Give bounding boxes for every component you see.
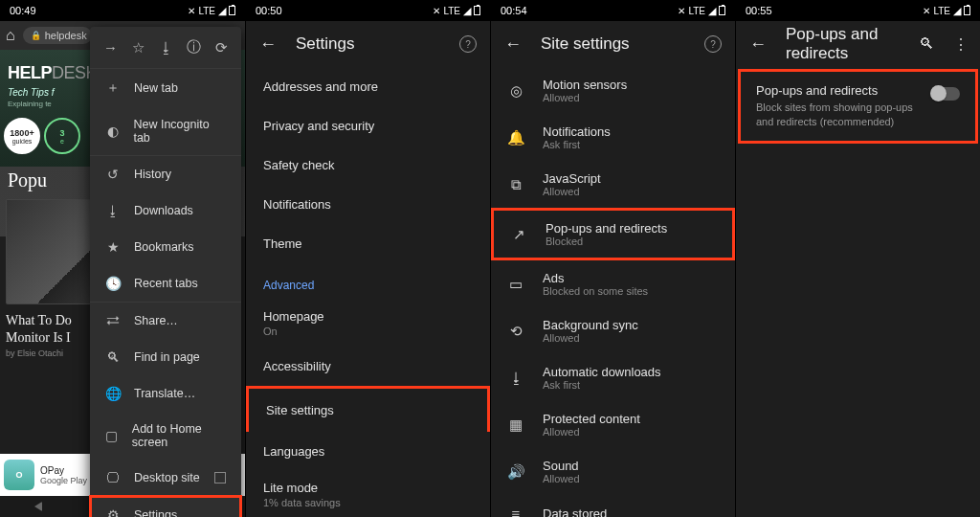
status-bar: 00:54 ✕LTE◢ [491, 0, 735, 21]
page-title: Pop-ups and redirects [786, 25, 900, 63]
incognito-icon: ◐ [105, 124, 120, 139]
row-safety[interactable]: Safety check [246, 146, 490, 185]
lte-icon: LTE [198, 6, 215, 16]
row-motion-sensors[interactable]: ◎Motion sensorsAllowed [491, 67, 735, 114]
site-settings-header: ← Site settings ? [491, 21, 735, 67]
sync-icon: ⟲ [506, 323, 525, 340]
row-background-sync[interactable]: ⟲Background syncAllowed [491, 307, 735, 354]
back-icon[interactable]: ← [749, 34, 767, 55]
help-icon[interactable]: ? [704, 35, 722, 53]
clock: 00:49 [10, 5, 36, 16]
ads-icon: ▭ [506, 276, 525, 293]
popups-toggle[interactable] [931, 87, 960, 101]
row-lite-mode[interactable]: Lite mode1% data savings [246, 471, 490, 517]
bookmark-icon: ★ [105, 239, 121, 255]
settings-header: ← Settings ? [246, 21, 490, 67]
menu-add-home[interactable]: ▢Add to Home screen [90, 412, 241, 460]
row-homepage[interactable]: HomepageOn [246, 300, 490, 347]
shield-icon: ▦ [506, 416, 525, 434]
signal-icon: ◢ [218, 5, 226, 17]
row-protected-content[interactable]: ▦Protected contentAllowed [491, 401, 735, 448]
url-bar[interactable]: 🔒helpdesk [23, 27, 92, 44]
row-pop-ups-and-redirects[interactable]: ↗Pop-ups and redirectsBlocked [491, 208, 735, 260]
badge-2: 3e [44, 118, 80, 154]
page-title: Settings [296, 34, 440, 54]
row-theme[interactable]: Theme [246, 224, 490, 263]
row-accessibility[interactable]: Accessibility [246, 347, 490, 386]
clock: 00:50 [256, 5, 282, 16]
menu-translate[interactable]: 🌐Translate… [90, 375, 241, 412]
clock: 00:54 [501, 5, 527, 16]
menu-bookmarks[interactable]: ★Bookmarks [90, 229, 241, 265]
site-settings-list: ◎Motion sensorsAllowed🔔NotificationsAsk … [491, 67, 735, 517]
back-icon[interactable]: ← [259, 34, 277, 55]
row-javascript[interactable]: ⧉JavaScriptAllowed [491, 161, 735, 208]
forward-icon[interactable]: → [103, 39, 118, 56]
row-privacy[interactable]: Privacy and security [246, 106, 490, 146]
popup-icon: ↗ [509, 226, 528, 243]
vibrate-icon: ✕ [188, 6, 195, 16]
motion-icon: ◎ [506, 82, 525, 100]
row-sound[interactable]: 🔊SoundAllowed [491, 448, 735, 495]
bell-icon: 🔔 [506, 129, 525, 146]
pane-popups-redirects: 00:55 ✕LTE◢ ← Pop-ups and redirects 🔍︎ ⋮… [735, 0, 980, 517]
row-addresses[interactable]: Addresses and more [246, 67, 490, 106]
ad-app-icon: O [4, 460, 34, 490]
row-data-stored[interactable]: ≡Data stored [491, 495, 735, 517]
row-notifications[interactable]: 🔔NotificationsAsk first [491, 114, 735, 161]
history-icon: ↺ [105, 167, 121, 182]
data-icon: ≡ [506, 506, 525, 517]
desktop-icon: 🖵 [105, 470, 121, 485]
status-icons: ✕ LTE ◢ [188, 5, 235, 17]
row-automatic-downloads[interactable]: ⭳Automatic downloadsAsk first [491, 354, 735, 401]
menu-history[interactable]: ↺History [90, 155, 241, 192]
download-icon[interactable]: ⭳ [159, 39, 173, 56]
toggle-title: Pop-ups and redirects [756, 83, 920, 98]
menu-find[interactable]: 🔍︎Find in page [90, 339, 241, 375]
gear-icon: ⚙ [105, 507, 121, 517]
search-icon: 🔍︎ [105, 349, 121, 365]
menu-toolbar: → ☆ ⭳ ⓘ ⟳ [90, 27, 241, 69]
status-bar: 00:49 ✕ LTE ◢ [0, 0, 245, 21]
guides-badge: 1800+guides [4, 118, 40, 154]
row-site-settings[interactable]: Site settings [246, 386, 490, 432]
lock-icon: 🔒 [31, 31, 41, 40]
popups-toggle-row[interactable]: Pop-ups and redirects Block sites from s… [738, 69, 978, 144]
info-icon[interactable]: ⓘ [187, 38, 201, 56]
menu-recent-tabs[interactable]: 🕓Recent tabs [90, 265, 241, 302]
nav-back[interactable] [34, 502, 42, 511]
menu-desktop-site[interactable]: 🖵Desktop site [90, 460, 241, 496]
dl-icon: ⭳ [506, 370, 525, 386]
clock: 00:55 [746, 5, 772, 16]
pane-chrome-menu: 00:49 ✕ LTE ◢ ⌂ 🔒helpdesk HELPDESK Tech … [0, 0, 245, 517]
js-icon: ⧉ [506, 176, 525, 193]
row-languages[interactable]: Languages [246, 432, 490, 471]
help-icon[interactable]: ? [459, 35, 477, 53]
settings-list: Addresses and more Privacy and security … [246, 67, 490, 517]
search-icon[interactable]: 🔍︎ [919, 35, 934, 53]
reload-icon[interactable]: ⟳ [215, 39, 228, 56]
home-icon[interactable]: ⌂ [6, 27, 15, 44]
overflow-icon[interactable]: ⋮ [953, 35, 967, 54]
row-ads[interactable]: ▭AdsBlocked on some sites [491, 260, 735, 307]
popups-header: ← Pop-ups and redirects 🔍︎ ⋮ [736, 21, 980, 67]
chrome-menu: → ☆ ⭳ ⓘ ⟳ ＋New tab ◐New Incognito tab ↺H… [90, 27, 241, 517]
back-icon[interactable]: ← [504, 34, 522, 55]
recent-icon: 🕓 [105, 276, 121, 291]
pane-settings: 00:50 ✕LTE◢ ← Settings ? Addresses and m… [245, 0, 490, 517]
status-bar: 00:50 ✕LTE◢ [246, 0, 490, 21]
menu-downloads[interactable]: ⭳Downloads [90, 192, 241, 229]
menu-new-tab[interactable]: ＋New tab [90, 69, 241, 107]
menu-incognito[interactable]: ◐New Incognito tab [90, 107, 241, 155]
desktop-checkbox[interactable] [214, 472, 226, 483]
star-icon[interactable]: ☆ [132, 39, 145, 56]
sound-icon: 🔊 [506, 463, 525, 481]
plus-icon: ＋ [105, 79, 121, 97]
status-bar: 00:55 ✕LTE◢ [736, 0, 980, 21]
page-title: Site settings [541, 34, 685, 54]
menu-share[interactable]: ⮂Share… [90, 302, 241, 339]
row-notifications[interactable]: Notifications [246, 185, 490, 224]
translate-icon: 🌐 [105, 386, 121, 401]
menu-settings[interactable]: ⚙Settings [90, 496, 241, 517]
toggle-subtitle: Block sites from showing pop-ups and red… [756, 101, 920, 129]
